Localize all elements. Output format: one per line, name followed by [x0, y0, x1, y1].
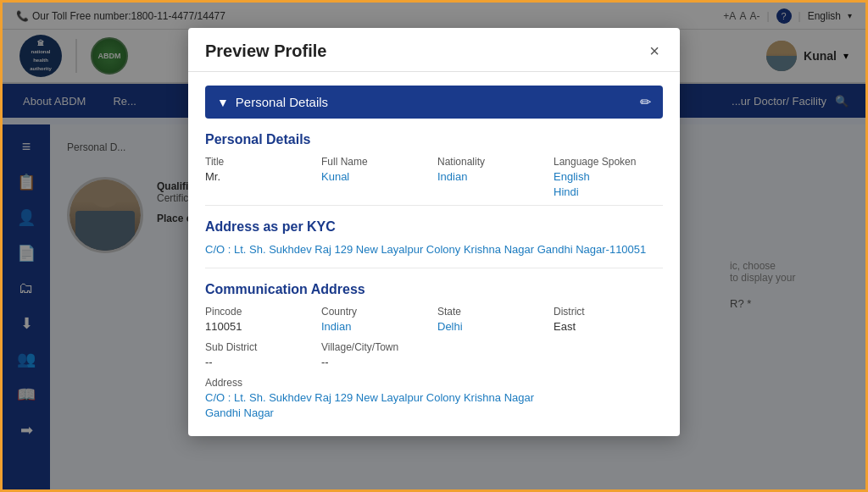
kyc-address-value: C/O : Lt. Sh. Sukhdev Raj 129 New Layalp… [205, 243, 663, 256]
language-value-english: English [554, 170, 663, 183]
pincode-field: Pincode 110051 [205, 306, 314, 333]
state-label: State [437, 306, 547, 318]
country-value: Indian [321, 320, 431, 333]
comm-address-row1: Pincode 110051 Country Indian State Delh… [205, 306, 663, 333]
comm-address-full: Address C/O : Lt. Sh. Sukhdev Raj 129 Ne… [205, 377, 663, 419]
country-field: Country Indian [321, 306, 431, 333]
modal-close-button[interactable]: × [646, 41, 663, 61]
state-value: Delhi [437, 320, 547, 333]
nationality-label: Nationality [437, 156, 547, 168]
title-label: Title [205, 156, 314, 168]
district-value: East [554, 320, 663, 333]
comm-address-title: Communication Address [205, 282, 663, 297]
subdistrict-field: Sub District -- [205, 341, 314, 368]
district-label: District [554, 306, 663, 318]
country-label: Country [321, 306, 431, 318]
personal-details-title: Personal Details [205, 132, 663, 147]
title-value: Mr. [205, 170, 314, 183]
section-header-label: Personal Details [236, 95, 328, 109]
language-value-hindi: Hindi [554, 185, 663, 198]
fullname-field: Full Name Kunal [321, 156, 431, 198]
personal-details-grid: Title Mr. Full Name Kunal Nationality In… [205, 156, 663, 198]
modal-body: ▼ Personal Details ✏ Personal Details Ti… [188, 86, 680, 436]
comm-address-section: Communication Address Pincode 110051 Cou… [205, 282, 663, 419]
modal-header: Preview Profile × [188, 28, 680, 72]
subdistrict-value: -- [205, 356, 314, 368]
modal: Preview Profile × ▼ Personal Details ✏ P… [188, 28, 680, 436]
fullname-label: Full Name [321, 156, 431, 168]
subdistrict-label: Sub District [205, 341, 314, 353]
nationality-value: Indian [437, 170, 547, 183]
address-value-line1: C/O : Lt. Sh. Sukhdev Raj 129 New Layalp… [205, 391, 663, 404]
village-value: -- [321, 356, 431, 368]
language-field: Language Spoken English Hindi [554, 156, 663, 198]
state-field: State Delhi [437, 306, 547, 333]
modal-title: Preview Profile [205, 41, 326, 61]
fullname-value: Kunal [321, 170, 431, 183]
village-label: Village/City/Town [321, 341, 431, 353]
address-value-line2: Gandhi Nagar [205, 406, 663, 419]
edit-icon[interactable]: ✏ [640, 94, 651, 110]
village-field: Village/City/Town -- [321, 341, 431, 368]
modal-overlay: Preview Profile × ▼ Personal Details ✏ P… [3, 3, 865, 489]
language-label: Language Spoken [554, 156, 663, 168]
chevron-down-icon: ▼ [217, 96, 229, 109]
kyc-address-title: Address as per KYC [205, 219, 663, 235]
address-label: Address [205, 377, 663, 389]
nationality-field: Nationality Indian [437, 156, 547, 198]
section-accordion-header[interactable]: ▼ Personal Details ✏ [205, 86, 663, 119]
comm-address-row2: Sub District -- Village/City/Town -- [205, 341, 663, 368]
pincode-value: 110051 [205, 320, 314, 333]
kyc-address-section: Address as per KYC C/O : Lt. Sh. Sukhdev… [205, 219, 663, 256]
district-field: District East [554, 306, 663, 333]
section-header-left: ▼ Personal Details [217, 95, 328, 109]
title-field: Title Mr. [205, 156, 314, 198]
divider-1 [205, 205, 663, 206]
divider-2 [205, 268, 663, 268]
pincode-label: Pincode [205, 306, 314, 318]
personal-details-section: Personal Details Title Mr. Full Name Kun… [205, 132, 663, 198]
